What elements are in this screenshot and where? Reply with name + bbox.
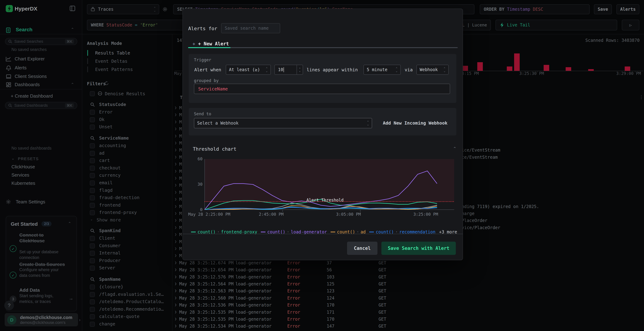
chart-ytick: 60 (198, 157, 202, 161)
chart-ytick: 0 (200, 207, 202, 212)
legend-dash (330, 232, 335, 232)
interval-select[interactable]: 5 minute⌃⌄ (364, 65, 401, 75)
new-alert-tab[interactable]: + + New Alert (192, 41, 229, 46)
text-cursor (284, 67, 284, 72)
threshold-chart-label: Threshold chart (193, 146, 236, 152)
chart-xtick: 2:45:00 PM (246, 212, 296, 217)
chart-xtick: 3:25:00 PM (401, 212, 451, 217)
via-label: via (405, 67, 413, 72)
group-by-input[interactable]: ServiceName (194, 84, 450, 94)
select-chevron-icon: ⌃⌄ (396, 67, 398, 72)
trigger-section (189, 54, 456, 103)
lines-within-label: lines appear within (306, 67, 358, 72)
alert-when-label: Alert when (194, 67, 221, 72)
webhook-select[interactable]: Select a Webhook⌃⌄ (194, 118, 372, 128)
threshold-chart: Alert Threshold (204, 159, 454, 210)
alert-dialog: Alerts for Saved search name + + New Ale… (182, 8, 463, 260)
dialog-title: Alerts for (188, 26, 217, 31)
select-chevron-icon: ⌃⌄ (444, 67, 446, 72)
grouped-by-label: grouped by (194, 78, 218, 83)
trigger-label: Trigger (194, 57, 211, 62)
send-to-label: Send to (194, 111, 211, 116)
chart-xtick: 3:05:00 PM (324, 212, 374, 217)
tab-indicator (188, 47, 230, 48)
select-chevron-icon: ⌃⌄ (266, 67, 268, 72)
select-chevron-icon: ⌃⌄ (367, 121, 369, 126)
saved-search-name-input[interactable]: Saved search name (221, 23, 280, 33)
saved-search-name-placeholder: Saved search name (225, 26, 269, 31)
save-alert-button[interactable]: Save Search with Alert (382, 242, 456, 255)
chart-xtick: May 28 2:25:00 PM (188, 212, 230, 217)
threshold-input[interactable]: 10 ⌃⌄ (274, 65, 303, 75)
alert-threshold-label: Alert Threshold (306, 198, 344, 202)
number-spinner[interactable]: ⌃⌄ (296, 65, 303, 74)
plus-icon: + (192, 41, 198, 46)
channel-select[interactable]: Webhook⌃⌄ (416, 65, 449, 75)
chart-ytick: 30 (198, 182, 202, 187)
legend-dash (191, 232, 196, 232)
threshold-chart-collapse-icon[interactable]: ⌃ (453, 146, 456, 151)
legend-dash (369, 232, 374, 232)
cancel-button[interactable]: Cancel (347, 242, 378, 255)
add-webhook-button[interactable]: Add New Incoming Webhook (383, 120, 448, 126)
legend-dash (261, 232, 266, 232)
app: HyperDX Search ⌃ Saved Searches ⌘K No sa… (0, 0, 644, 331)
condition-select[interactable]: At least (≥)⌃⌄ (226, 65, 271, 75)
group-by-value: ServiceName (198, 86, 228, 91)
